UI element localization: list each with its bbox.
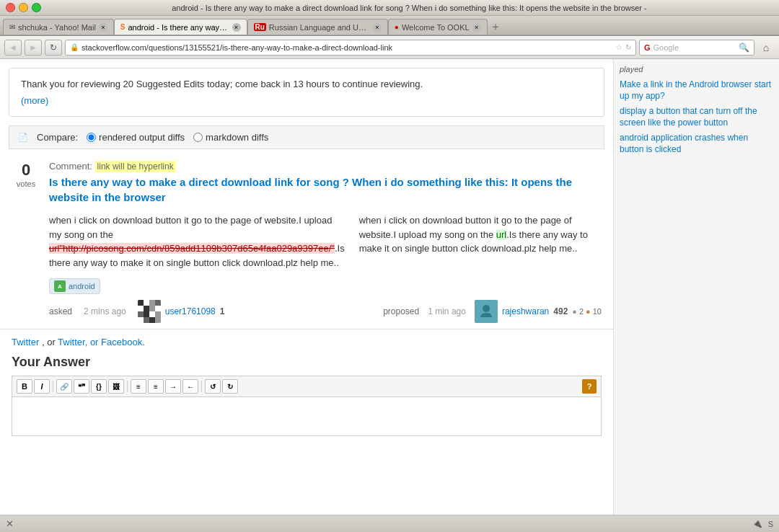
tab-1[interactable]: ✉ shchuka - Yahoo! Mail × [3, 19, 114, 35]
sidebar-link-3[interactable]: android application crashes when button … [620, 133, 773, 155]
toolbar-sep-2 [127, 381, 128, 392]
tab-1-close[interactable]: × [99, 23, 107, 32]
twitter-link[interactable]: Twitter [12, 337, 39, 347]
proposer-name[interactable]: rajeshwaran [502, 306, 549, 316]
page-area: Thank you for reviewing 20 Suggested Edi… [0, 59, 613, 515]
back-button[interactable]: ◄ [4, 40, 22, 56]
your-answer-heading: Your Answer [12, 355, 602, 370]
minimize-button[interactable] [19, 3, 28, 12]
blockquote-button[interactable]: ❝❞ [74, 379, 89, 394]
diff-left-before: when i click on download button it go to… [49, 215, 332, 240]
question-area: 0 votes Comment: link will be hyperlink … [0, 155, 613, 329]
link-button[interactable]: 🔗 [56, 379, 72, 394]
tab-3[interactable]: Ru Russian Language and Usag... × [247, 19, 388, 35]
reload-button[interactable]: ↻ [45, 40, 62, 56]
tab-3-close[interactable]: × [373, 23, 382, 32]
answer-input[interactable] [12, 397, 601, 435]
diff-added-url: url [496, 229, 506, 240]
asked-label: asked [49, 306, 72, 316]
svg-point-0 [483, 305, 490, 312]
sidebar-played-label: played [620, 65, 773, 74]
italic-button[interactable]: I [34, 379, 50, 394]
facebook-link[interactable]: Twitter, or [58, 337, 101, 347]
status-bar: ✕ 🔌 S [0, 515, 779, 532]
compare-bar: 📄 Compare: rendered output diffs markdow… [9, 125, 604, 149]
bottom-section: Twitter , or Twitter, or Facebook. Your … [0, 329, 613, 443]
asker-block: user1761098 1 [138, 300, 225, 323]
forward-button[interactable]: ► [25, 40, 42, 56]
tab-2[interactable]: S android - Is there any way t... × [114, 19, 247, 35]
editor-toolbar: B I 🔗 ❝❞ {} 🖼 ≡ ≡ → ← ↺ ↻ ? [12, 376, 602, 396]
maximize-button[interactable] [32, 3, 41, 12]
more-link[interactable]: (more) [21, 95, 592, 106]
redo-button[interactable]: ↻ [222, 379, 238, 394]
meta-row: asked 2 mins ago [49, 300, 602, 323]
proposer-badges: ● 2 ● 10 [572, 307, 602, 316]
ul-button[interactable]: ≡ [148, 379, 164, 394]
title-bar: android - Is there any way to make a dir… [0, 0, 779, 16]
bold-button[interactable]: B [17, 379, 32, 394]
compare-icon: 📄 [18, 133, 28, 142]
new-tab-button[interactable]: ＋ [488, 19, 503, 35]
toolbar-sep-3 [201, 381, 202, 392]
diff-left: when i click on download button it go to… [49, 213, 345, 270]
vote-count: 0 [22, 161, 30, 179]
tab-2-close[interactable]: × [232, 23, 241, 32]
address-text: stackoverflow.com/questions/13155521/is-… [82, 43, 613, 52]
ol-button[interactable]: ≡ [131, 379, 146, 394]
tab-4[interactable]: ● Welcome To OOKL × [388, 19, 488, 35]
social-text: Twitter , or Twitter, or Facebook. [12, 337, 602, 347]
proposed-label: proposed [383, 306, 419, 316]
status-close-icon[interactable]: ✕ [6, 518, 14, 529]
toolbar-sep-1 [53, 381, 53, 392]
rendered-output-option[interactable]: rendered output diffs [87, 132, 185, 143]
asker-avatar [138, 300, 161, 323]
markdown-diffs-option[interactable]: markdown diffs [193, 132, 268, 143]
asker-name[interactable]: user1761098 [165, 306, 216, 316]
tab-4-close[interactable]: × [472, 23, 481, 32]
silver-badge-icon: ● [572, 307, 577, 316]
silver-badge-count: 2 [579, 307, 584, 316]
close-button[interactable] [6, 3, 15, 12]
vote-label: votes [17, 179, 35, 188]
facebook-link-text[interactable]: Facebook. [101, 337, 145, 347]
comment-label: Comment: link will be hyperlink [49, 161, 602, 172]
review-notice-text: Thank you for reviewing 20 Suggested Edi… [21, 79, 423, 89]
proposer-rep: 492 [553, 306, 568, 316]
code-button[interactable]: {} [91, 379, 107, 394]
android-tag[interactable]: A android [49, 278, 100, 294]
home-button[interactable]: ⌂ [757, 40, 775, 56]
question-title[interactable]: Is there any way to make a direct downlo… [49, 174, 602, 205]
sidebar-link-2[interactable]: display a button that can turn off the s… [620, 106, 773, 128]
address-bar[interactable]: 🔒 stackoverflow.com/questions/13155521/i… [65, 40, 636, 56]
vote-box: 0 votes [12, 161, 40, 188]
main-content: Thank you for reviewing 20 Suggested Edi… [0, 59, 779, 515]
editor-textarea[interactable] [12, 396, 602, 436]
undo-button[interactable]: ↺ [205, 379, 221, 394]
proposer-section: proposed 1 min ago rajeshwaran 492 [383, 300, 602, 323]
compare-label: Compare: [37, 132, 78, 143]
right-sidebar: played Make a link in the Android browse… [613, 59, 779, 515]
rendered-radio[interactable] [87, 133, 96, 142]
outdent-button[interactable]: ← [182, 379, 198, 394]
bronze-badge-icon: ● [586, 307, 591, 316]
traffic-lights [6, 3, 41, 12]
diff-deleted-url: url"http://picosong.com/cdn/859add1109b3… [49, 243, 335, 254]
comment-highlight: link will be hyperlink [95, 161, 176, 172]
markdown-radio[interactable] [193, 133, 203, 142]
window-title: android - Is there any way to make a dir… [45, 4, 773, 12]
indent-button[interactable]: → [165, 379, 181, 394]
asker-rep: 1 [220, 306, 225, 316]
vote-section: 0 votes Comment: link will be hyperlink … [12, 161, 602, 323]
tab-bar: ✉ shchuka - Yahoo! Mail × S android - Is… [0, 16, 779, 36]
diff-right: when i click on download button it go to… [359, 213, 602, 270]
sidebar-link-1[interactable]: Make a link in the Android browser start… [620, 79, 773, 102]
proposer-block: rajeshwaran 492 ● 2 ● 10 [475, 300, 602, 323]
image-button[interactable]: 🖼 [108, 379, 124, 394]
question-body: Comment: link will be hyperlink Is there… [49, 161, 602, 323]
editor-help-button[interactable]: ? [582, 379, 597, 394]
status-right: 🔌 S [752, 519, 773, 528]
android-tag-icon: A [54, 280, 66, 292]
review-notice: Thank you for reviewing 20 Suggested Edi… [9, 68, 604, 117]
search-bar[interactable]: G Google 🔍 [639, 40, 754, 56]
